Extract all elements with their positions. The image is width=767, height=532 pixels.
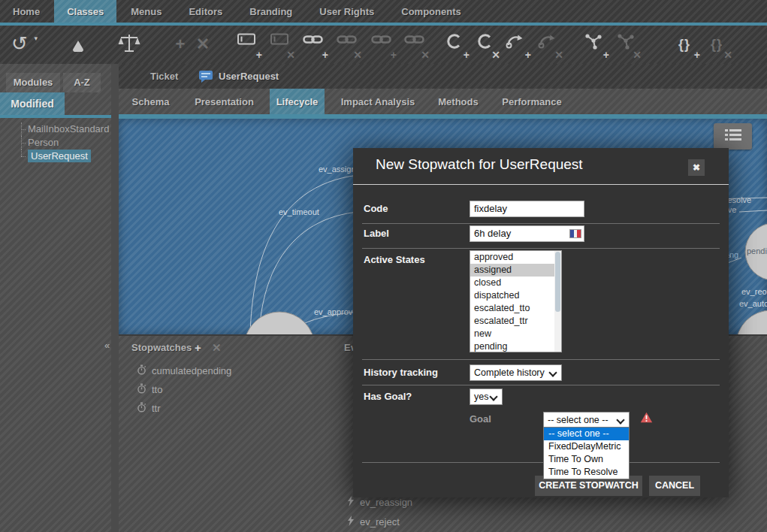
top-nav: HomeClassesMenusEditorsBrandingUser Righ… [0,0,767,23]
goal-option-time-to-own[interactable]: Time To Own [544,453,629,466]
remove-method-icon[interactable]: {}✕ [703,33,730,57]
diagram-label-ng: ng [729,250,738,259]
goal-option-select-one[interactable]: -- select one -- [544,428,629,440]
history-tracking-select[interactable]: Complete history [470,364,562,381]
state-option-closed[interactable]: closed [470,277,561,289]
add-relation-icon[interactable]: + [580,33,607,57]
code-input[interactable]: fixdelay [470,201,584,217]
goal-dropdown-list[interactable]: -- select one --FixedDelayMetricTime To … [543,427,630,479]
event-item-ev-reject[interactable]: ev_reject [347,515,400,528]
remove-transition-icon[interactable]: ✕ [534,33,561,57]
goal-select[interactable]: -- select one -- [543,412,630,428]
add-method-icon[interactable]: {}+ [671,33,698,57]
sidebar-item-person[interactable]: Person [0,136,111,150]
active-states-label: Active States [364,254,425,265]
diagram-label-ev-autoresolve: ev_autoresolve [739,299,767,308]
sidebar-tab-modules[interactable]: Modules [6,73,60,92]
remove-link-icon[interactable]: ✕ [333,33,360,57]
add-field-icon[interactable]: + [233,33,260,57]
undo-icon[interactable]: ↺▾ [6,33,33,57]
active-states-listbox[interactable]: approvedassignedcloseddispatchedescalate… [470,250,562,352]
nav-tab-home[interactable]: Home [0,0,53,23]
code-label: Code [364,203,388,214]
state-option-assigned[interactable]: assigned [470,264,561,277]
stopwatch-item-cumulatedpending[interactable]: cumulatedpending [137,364,231,377]
close-icon[interactable]: ✖ [688,159,705,176]
remove-external-key-icon[interactable]: ✕ [400,33,427,57]
delete-stopwatch-icon[interactable]: ✕ [212,341,222,355]
nav-tab-user-rights[interactable]: User Rights [306,0,387,23]
divider [362,223,720,224]
diagram-menu-button[interactable] [714,123,752,150]
divider [362,359,720,360]
compare-classes-icon[interactable] [116,33,143,57]
toolbar: ↺▾+✕+✕+✕+✕+✕+✕+✕{}+{}✕ [0,26,767,64]
class-chat-icon [197,70,213,86]
state-option-escalated-tto[interactable]: escalated_tto [470,302,561,315]
event-item-ev-reassign[interactable]: ev_reassign [347,496,412,509]
nav-tab-components[interactable]: Components [388,0,473,23]
state-option-pending[interactable]: pending [470,340,561,352]
delete-class-icon[interactable]: ✕ [189,33,216,57]
remove-relation-icon[interactable]: ✕ [612,33,639,57]
nav-tab-menus[interactable]: Menus [118,0,174,23]
dialog-title: New Stopwatch for UserRequest [376,156,583,173]
tab-methods[interactable]: Methods [431,89,485,114]
tab-schema[interactable]: Schema [122,89,179,114]
breadcrumb-category: Ticket [150,64,178,89]
add-state-icon[interactable]: + [440,33,467,57]
nav-tab-editors[interactable]: Editors [176,0,235,23]
new-class-icon[interactable] [66,33,93,57]
panel-collapse-icon[interactable]: « [104,340,110,351]
goal-option-time-to-resolve[interactable]: Time To Resolve [544,466,629,479]
nav-tab-branding[interactable]: Branding [237,0,305,23]
tab-performance[interactable]: Performance [488,89,575,114]
class-tree: MailInboxStandardPersonUserRequest [0,122,111,163]
goal-label: Goal [470,413,491,425]
sidebar-item-label: UserRequest [28,150,91,162]
stopwatch-item-tto[interactable]: tto [137,383,162,396]
history-tracking-label: History tracking [364,367,438,378]
sidebar-tab-az[interactable]: A-Z [63,73,101,92]
nav-tab-classes[interactable]: Classes [54,0,116,23]
cancel-button[interactable]: CANCEL [649,476,700,496]
remove-state-icon[interactable]: ✕ [471,33,498,57]
listbox-scrollbar[interactable] [554,251,561,352]
stopwatch-icon [137,364,146,377]
sidebar-item-userrequest[interactable]: UserRequest [0,150,111,163]
state-option-approved[interactable]: approved [470,251,561,264]
add-external-key-icon[interactable]: + [367,33,394,57]
sidebar: Modules A-Z Modified MailInboxStandardPe… [0,64,111,532]
goal-option-fixeddelaymetric[interactable]: FixedDelayMetric [544,440,629,453]
french-flag-icon [569,229,581,238]
stopwatch-label: cumulatedpending [152,365,231,376]
stopwatch-label: tto [152,384,162,395]
label-input[interactable]: 6h delay [470,225,584,242]
sidebar-item-label: Person [28,137,59,148]
class-tabs: SchemaPresentationLifecycleImpact Analys… [119,89,767,114]
divider [353,184,729,185]
tab-presentation[interactable]: Presentation [182,89,267,114]
scrollbar-thumb[interactable] [555,252,560,312]
state-option-escalated-ttr[interactable]: escalated_ttr [470,315,561,328]
sidebar-filter-modified[interactable]: Modified [0,92,65,115]
tab-lifecycle[interactable]: Lifecycle [270,89,325,114]
sidebar-item-label: MailInboxStandard [28,123,109,135]
tab-impact-analysis[interactable]: Impact Analysis [328,89,428,114]
stopwatch-item-ttr[interactable]: ttr [137,402,161,415]
stopwatches-title: Stopwatches [131,342,192,353]
remove-field-icon[interactable]: ✕ [266,33,293,57]
add-stopwatch-icon[interactable]: + [195,341,201,354]
stopwatch-icon [137,383,146,396]
active-states-options: approvedassignedcloseddispatchedescalate… [470,251,561,352]
state-option-new[interactable]: new [470,328,561,340]
breadcrumb-class: UserRequest [219,64,279,89]
state-option-dispatched[interactable]: dispatched [470,289,561,302]
list-icon [723,128,743,146]
diagram-label-ev-assign: ev_assign [319,165,356,174]
diagram-label-ev-approve: ev_approve [314,307,358,316]
has-goal-select[interactable]: yes [470,388,503,405]
add-transition-icon[interactable]: + [502,33,529,57]
add-link-icon[interactable]: + [299,33,326,57]
sidebar-item-mailinboxstandard[interactable]: MailInboxStandard [0,122,111,136]
